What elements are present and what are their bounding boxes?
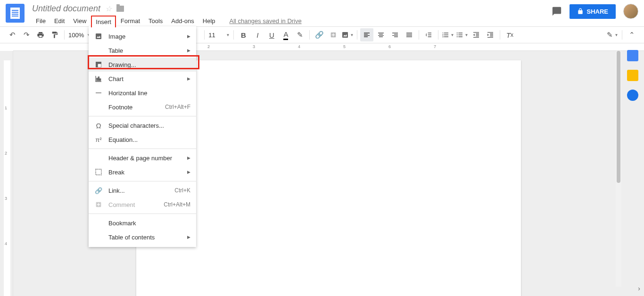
align-justify-button[interactable]: [403, 28, 416, 41]
vertical-ruler[interactable]: 1234: [0, 51, 13, 296]
menu-insert[interactable]: Insert: [91, 16, 116, 27]
svg-point-4: [457, 34, 458, 35]
dropdown-label: Link...: [108, 187, 169, 194]
clear-formatting-button[interactable]: Tx: [503, 28, 516, 41]
dropdown-item-link[interactable]: 🔗Link...Ctrl+K: [89, 183, 196, 197]
bulleted-list-button[interactable]: ▼: [455, 28, 469, 41]
line-spacing-button[interactable]: [422, 28, 435, 41]
dropdown-label: Footnote: [108, 104, 159, 111]
highlight-button[interactable]: ✎: [293, 28, 306, 41]
submenu-arrow-icon: ▶: [187, 170, 190, 174]
fontsize-select[interactable]: 11 ▼: [207, 30, 231, 41]
dropdown-item-break[interactable]: Break▶: [89, 165, 196, 179]
blank-icon: [94, 233, 103, 241]
dropdown-label: Equation...: [108, 136, 190, 143]
docs-logo[interactable]: [6, 4, 25, 23]
align-center-button[interactable]: [374, 28, 388, 41]
table-icon: [94, 46, 103, 55]
link-icon: 🔗: [94, 186, 103, 195]
expand-side-panel[interactable]: ›: [638, 285, 640, 292]
share-button[interactable]: SHARE: [570, 4, 616, 19]
dropdown-item-horizontal-line[interactable]: Horizontal line: [89, 86, 196, 100]
paint-format-button[interactable]: [48, 28, 61, 41]
shortcut: Ctrl+Alt+M: [164, 201, 190, 208]
svg-rect-14: [96, 169, 101, 175]
submenu-arrow-icon: ▶: [187, 76, 190, 81]
menu-file[interactable]: File: [32, 16, 50, 27]
save-status[interactable]: All changes saved in Drive: [230, 16, 302, 27]
align-right-button[interactable]: [388, 28, 402, 41]
scrollbar[interactable]: [616, 51, 621, 287]
pi-icon: π²: [94, 135, 103, 144]
dropdown-label: Horizontal line: [108, 90, 190, 97]
dropdown-item-image[interactable]: Image▶: [89, 29, 196, 43]
keep-icon[interactable]: [627, 70, 638, 81]
numbered-list-button[interactable]: ▼: [441, 28, 454, 41]
header-right: SHARE: [552, 4, 638, 19]
svg-rect-10: [97, 78, 98, 81]
tasks-icon[interactable]: [627, 90, 638, 101]
undo-button[interactable]: ↶: [6, 28, 19, 41]
scrollbar-thumb[interactable]: [617, 51, 620, 183]
dropdown-label: Image: [108, 33, 182, 40]
vruler-mark: 4: [5, 241, 7, 246]
ruler-mark: 5: [343, 44, 346, 49]
menu-help[interactable]: Help: [199, 16, 219, 27]
svg-rect-9: [98, 64, 101, 67]
underline-button[interactable]: U: [265, 28, 278, 41]
document-title[interactable]: Untitled document: [32, 4, 100, 14]
shortcut: Ctrl+K: [174, 187, 190, 194]
menu-format[interactable]: Format: [117, 16, 144, 27]
insert-image-button[interactable]: ▼: [341, 28, 354, 41]
shortcut: Ctrl+Alt+F: [165, 104, 190, 110]
dropdown-item-footnote[interactable]: FootnoteCtrl+Alt+F: [89, 100, 196, 114]
dropdown-label: Break: [108, 169, 182, 176]
folder-icon[interactable]: [116, 6, 124, 12]
text-color-button[interactable]: A: [279, 28, 292, 41]
dropdown-label: Table: [108, 47, 182, 54]
menu-bar: File Edit View Insert Format Tools Add-o…: [32, 16, 552, 27]
decrease-indent-button[interactable]: [470, 28, 483, 41]
side-panel: [621, 43, 644, 101]
comments-icon[interactable]: [552, 6, 562, 16]
increase-indent-button[interactable]: [484, 28, 497, 41]
menu-view[interactable]: View: [69, 16, 90, 27]
collapse-button[interactable]: ⌃: [625, 28, 638, 41]
insert-comment-button[interactable]: [327, 28, 340, 41]
break-icon: [94, 168, 103, 176]
zoom-select[interactable]: 100%▼: [67, 30, 91, 41]
calendar-icon[interactable]: [627, 50, 638, 61]
svg-rect-1: [342, 32, 348, 38]
dropdown-item-equation[interactable]: π²Equation...: [89, 132, 196, 147]
star-icon[interactable]: ☆: [105, 4, 112, 13]
redo-button[interactable]: ↷: [20, 28, 33, 41]
menu-edit[interactable]: Edit: [50, 16, 68, 27]
submenu-arrow-icon: ▶: [187, 235, 190, 239]
bold-button[interactable]: B: [237, 28, 250, 41]
image-icon: [94, 32, 103, 41]
dropdown-item-chart[interactable]: Chart▶: [89, 72, 196, 86]
menu-addons[interactable]: Add-ons: [167, 16, 198, 27]
dropdown-item-header-page-number[interactable]: Header & page number▶: [89, 151, 196, 165]
avatar[interactable]: [623, 4, 638, 19]
dropdown-label: Special characters...: [108, 122, 190, 129]
blank-icon: [94, 219, 103, 227]
print-button[interactable]: [34, 28, 47, 41]
italic-button[interactable]: I: [251, 28, 264, 41]
blank-icon: [94, 103, 103, 111]
ruler-mark: 4: [298, 44, 300, 49]
share-label: SHARE: [586, 8, 608, 15]
dropdown-item-table[interactable]: Table▶: [89, 43, 196, 58]
dropdown-item-table-of-contents[interactable]: Table of contents▶: [89, 230, 196, 244]
dropdown-item-bookmark[interactable]: Bookmark: [89, 216, 196, 230]
dropdown-item-special-characters[interactable]: ΩSpecial characters...: [89, 118, 196, 132]
vruler-mark: 1: [5, 106, 7, 110]
editing-mode-button[interactable]: ✎▼: [606, 28, 619, 41]
align-left-button[interactable]: [360, 28, 373, 41]
menu-tools[interactable]: Tools: [145, 16, 166, 27]
dropdown-label: Header & page number: [108, 155, 182, 162]
title-area: Untitled document ☆ File Edit View Inser…: [32, 4, 552, 27]
ruler-mark: 3: [253, 44, 255, 49]
insert-link-button[interactable]: 🔗: [313, 28, 326, 41]
dropdown-item-drawing[interactable]: Drawing...: [89, 58, 196, 72]
